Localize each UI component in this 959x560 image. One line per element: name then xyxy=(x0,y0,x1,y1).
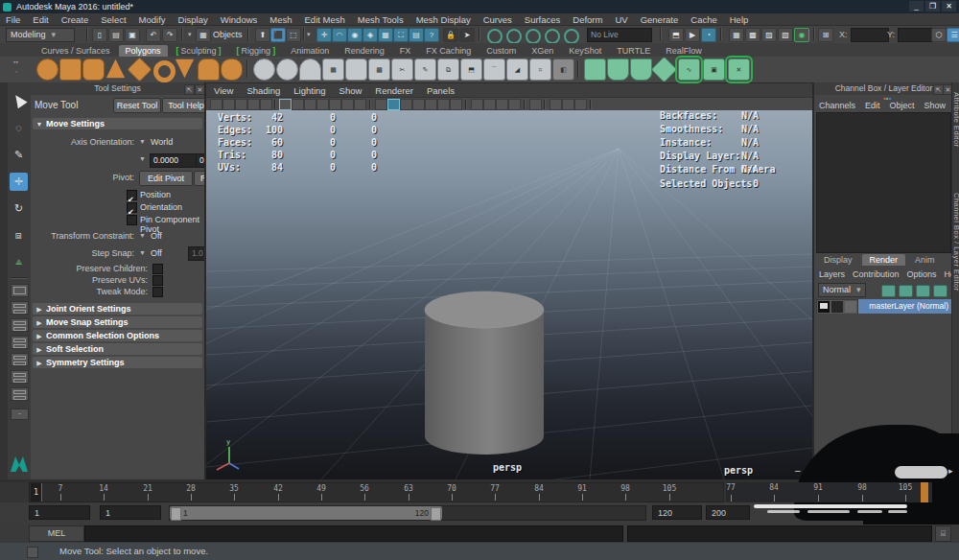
isolate-select-icon[interactable] xyxy=(529,99,542,110)
shelf-tab-turtle[interactable]: TURTLE xyxy=(610,45,657,57)
poly-pyramid-icon[interactable] xyxy=(175,58,195,79)
lock-camera-icon[interactable] xyxy=(222,99,235,110)
le-menu-contribution[interactable]: Contribution xyxy=(853,269,900,279)
pin-panel-icon[interactable]: ⇱ xyxy=(184,84,195,95)
save-scene-icon[interactable]: ▣ xyxy=(125,28,140,42)
playback-end-field[interactable]: 120 xyxy=(652,505,702,520)
sculpt-tool-icon[interactable] xyxy=(584,58,606,81)
soft-selection-section[interactable]: ▶Soft Selection xyxy=(33,343,202,355)
preserve-children-checkbox[interactable] xyxy=(152,264,163,274)
menu-deform[interactable]: Deform xyxy=(573,14,602,25)
joint-orient-settings-section[interactable]: ▶Joint Orient Settings xyxy=(33,303,202,315)
shelf-gear-icon[interactable]: ◦ xyxy=(15,68,17,75)
axis-orientation-value[interactable]: World xyxy=(151,137,173,147)
shelf-tab-xgen[interactable]: XGen xyxy=(525,45,560,57)
render-view-icon[interactable]: ⬒ xyxy=(668,28,684,42)
menu-surfaces[interactable]: Surfaces xyxy=(525,14,561,25)
custom-grid-icon[interactable]: ◧ xyxy=(552,58,574,81)
shelf-tab-fx[interactable]: FX xyxy=(393,45,418,57)
channel-box-tab[interactable]: Channel Box / Layer Editor xyxy=(952,193,959,292)
history-unlink-icon[interactable] xyxy=(526,29,541,44)
counter-icon[interactable]: ⬡ xyxy=(931,28,947,42)
menu-mesh[interactable]: Mesh xyxy=(269,14,292,25)
sculpt-knife-icon[interactable]: ✕ xyxy=(728,58,750,81)
shelf-tab-fx-caching[interactable]: FX Caching xyxy=(419,45,478,57)
current-frame-marker[interactable]: 1 xyxy=(31,483,42,502)
two-pane-layout-button[interactable] xyxy=(11,301,29,315)
bookmark-icon[interactable] xyxy=(247,99,260,110)
film-gate-icon[interactable] xyxy=(292,99,304,110)
hypergraph-pane-layout-button[interactable] xyxy=(11,387,29,401)
tweak-mode-checkbox[interactable] xyxy=(152,287,163,297)
new-scene-icon[interactable]: ▯ xyxy=(92,28,107,42)
animation-end-field[interactable]: 200 xyxy=(706,505,750,520)
safe-action-icon[interactable] xyxy=(341,99,354,110)
cb-menu-channels[interactable]: Channels xyxy=(819,101,855,110)
lock-selection-icon[interactable]: 🔒 xyxy=(443,28,458,42)
extrude-icon[interactable]: ⬒ xyxy=(460,58,482,81)
vp-menu-show[interactable]: Show xyxy=(339,85,363,96)
menu-help[interactable]: Help xyxy=(730,14,749,25)
xgen-sphere-icon[interactable]: ◉ xyxy=(794,28,809,42)
wireframe-icon[interactable] xyxy=(375,99,387,110)
outliner-pane-layout-button[interactable] xyxy=(11,353,29,366)
sculpt-pinch-icon[interactable]: ∿ xyxy=(678,58,700,81)
snap-help-icon[interactable]: ? xyxy=(424,28,439,42)
sculpt-relax-icon[interactable] xyxy=(630,58,652,81)
sculpt-flatten-icon[interactable]: ▣ xyxy=(703,58,725,81)
snap-projected-center-icon[interactable]: ◈ xyxy=(363,28,378,42)
offset-y-field[interactable]: 0.0000 xyxy=(196,153,206,168)
step-snap-dropdown-arrow[interactable]: ▼ xyxy=(139,249,146,256)
close-panel-icon[interactable]: ✕ xyxy=(195,84,205,95)
menu-curves[interactable]: Curves xyxy=(483,14,512,25)
shelf-tab-polygons[interactable]: Polygons xyxy=(119,45,168,57)
gate-mask-icon[interactable] xyxy=(316,99,329,110)
last-tool-icon[interactable]: ⟁ xyxy=(10,253,28,271)
move-tool-icon[interactable]: ✛ xyxy=(10,173,28,191)
layer-tab-render[interactable]: Render xyxy=(862,254,906,266)
camera-attributes-icon[interactable] xyxy=(235,99,247,110)
preserve-uvs-checkbox[interactable] xyxy=(152,275,163,286)
poly-torus-icon[interactable] xyxy=(153,60,175,82)
multi-cut-icon[interactable]: ✂ xyxy=(391,58,413,81)
master-layer-label[interactable]: masterLayer (Normal) xyxy=(858,299,951,314)
offset-dropdown-arrow[interactable]: ▼ xyxy=(139,155,146,162)
select-camera-icon[interactable] xyxy=(210,99,222,110)
snap-to-grid-icon[interactable]: ✛ xyxy=(316,28,332,42)
quad-draw-icon[interactable]: ✎ xyxy=(414,58,436,81)
move-settings-section-header[interactable]: ▼Move Settings xyxy=(33,118,202,129)
tool-help-button[interactable]: Tool Help xyxy=(162,98,206,113)
range-slider-trough[interactable]: 1 120 xyxy=(169,505,646,521)
command-language-button[interactable]: MEL xyxy=(29,525,84,542)
menu-edit-mesh[interactable]: Edit Mesh xyxy=(305,14,345,25)
lasso-tool-icon[interactable]: ◌ xyxy=(10,119,28,137)
construction-history-icon[interactable] xyxy=(487,29,503,44)
command-input-field[interactable] xyxy=(84,525,623,542)
edit-pivot-button[interactable]: Edit Pivot xyxy=(139,171,193,186)
history-chain-icon[interactable] xyxy=(545,29,560,44)
y-coord-field[interactable] xyxy=(898,28,934,42)
menu-file[interactable]: File xyxy=(6,14,20,25)
split-pane-layout-button[interactable] xyxy=(11,370,29,384)
sidebar-toggle-icon[interactable]: ☰ xyxy=(947,28,959,42)
new-override-layer-icon[interactable] xyxy=(933,285,947,297)
poly-cone-icon[interactable] xyxy=(105,58,126,79)
poly-pipe-icon[interactable] xyxy=(198,58,220,81)
cb-menu-object[interactable]: Object xyxy=(890,101,915,110)
reset-pivot-button[interactable]: R xyxy=(194,171,206,186)
step-snap-value[interactable]: Off xyxy=(151,248,162,258)
range-slider-bar[interactable]: 1 120 xyxy=(170,506,442,520)
pin-component-pivot-checkbox[interactable] xyxy=(127,215,137,225)
menu-mesh-tools[interactable]: Mesh Tools xyxy=(358,14,404,25)
vp-menu-lighting[interactable]: Lighting xyxy=(293,85,325,96)
selection-mask-icon[interactable]: ▦ xyxy=(196,28,211,42)
minus-layout-button[interactable]: - xyxy=(11,408,29,420)
menu-display[interactable]: Display xyxy=(178,14,208,25)
transform-constraint-value[interactable]: Off xyxy=(151,231,162,241)
selection-mask-arrow[interactable]: ▾ xyxy=(188,31,192,38)
le-menu-options[interactable]: Options xyxy=(907,269,937,279)
menu-create[interactable]: Create xyxy=(61,14,89,25)
separate-icon[interactable] xyxy=(276,58,298,81)
smooth-shade-icon[interactable] xyxy=(387,99,400,110)
three-pane-layout-button[interactable] xyxy=(11,318,29,332)
